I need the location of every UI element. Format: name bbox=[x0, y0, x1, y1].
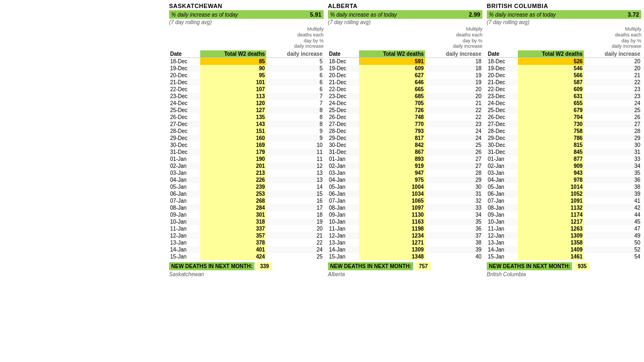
cell-multiply: 25 bbox=[266, 253, 324, 260]
cell-date: 28-Dec bbox=[169, 128, 200, 135]
cell-multiply: 54 bbox=[584, 253, 641, 260]
cell-multiply: 27 bbox=[425, 162, 482, 169]
table-row: 25-Dec67925 bbox=[487, 107, 641, 114]
table-row: 02-Jan91927 bbox=[328, 162, 482, 169]
table-row: 09-Jan113034 bbox=[328, 211, 482, 218]
table-row: 28-Dec79324 bbox=[328, 128, 482, 135]
table-row: 27-Dec73027 bbox=[487, 121, 641, 128]
cell-multiply: 40 bbox=[425, 253, 482, 260]
table-row: 15-Jan42425 bbox=[169, 253, 324, 260]
table-row: 14-Jan140952 bbox=[487, 246, 641, 253]
table-row: 14-Jan130939 bbox=[328, 246, 482, 253]
table-row: 06-Jan25315 bbox=[169, 190, 324, 197]
table-row: 15-Jan134840 bbox=[328, 253, 482, 260]
cell-multiply: 34 bbox=[425, 211, 482, 218]
cell-deaths: 705 bbox=[359, 100, 425, 107]
col-deaths-header-2: Total W2 deaths bbox=[518, 50, 583, 58]
cell-date: 03-Jan bbox=[487, 169, 518, 176]
cell-deaths: 845 bbox=[518, 149, 583, 156]
cell-deaths: 90 bbox=[200, 65, 266, 72]
cell-deaths: 1271 bbox=[359, 239, 425, 246]
cell-deaths: 685 bbox=[359, 93, 425, 100]
cell-deaths: 239 bbox=[200, 183, 266, 190]
cell-date: 30-Dec bbox=[487, 142, 518, 149]
cell-deaths: 1034 bbox=[359, 190, 425, 197]
cell-multiply: 7 bbox=[266, 93, 324, 100]
province-block-2: BRITISH COLUMBIA% daily increase as of t… bbox=[487, 3, 641, 359]
cell-date: 28-Dec bbox=[487, 128, 518, 135]
cell-deaths: 947 bbox=[359, 169, 425, 176]
cell-deaths: 919 bbox=[359, 162, 425, 169]
cell-date: 10-Jan bbox=[169, 218, 200, 225]
cell-deaths: 1348 bbox=[359, 253, 425, 260]
cell-deaths: 546 bbox=[518, 65, 583, 72]
table-row: 09-Jan117444 bbox=[487, 211, 641, 218]
table-row: 29-Dec1609 bbox=[169, 135, 324, 142]
cell-multiply: 9 bbox=[266, 135, 324, 142]
cell-deaths: 893 bbox=[359, 156, 425, 162]
cell-date: 14-Jan bbox=[169, 246, 200, 253]
cell-multiply: 20 bbox=[425, 93, 482, 100]
rolling-avg-2: (7 day rolling avg) bbox=[487, 19, 641, 25]
cell-deaths: 120 bbox=[200, 100, 266, 107]
cell-multiply: 21 bbox=[425, 100, 482, 107]
table-row: 22-Dec66520 bbox=[328, 86, 482, 93]
cell-deaths: 730 bbox=[518, 121, 583, 128]
cell-deaths: 318 bbox=[200, 218, 266, 225]
cell-deaths: 1217 bbox=[518, 218, 583, 225]
cell-deaths: 1091 bbox=[518, 197, 583, 204]
cell-multiply: 25 bbox=[584, 107, 641, 114]
cell-date: 04-Jan bbox=[328, 176, 359, 183]
cell-date: 24-Dec bbox=[328, 100, 359, 107]
cell-date: 04-Jan bbox=[487, 176, 518, 183]
cell-multiply: 18 bbox=[425, 65, 482, 72]
cell-multiply: 6 bbox=[266, 79, 324, 86]
cell-date: 15-Jan bbox=[487, 253, 518, 260]
cell-date: 07-Jan bbox=[487, 197, 518, 204]
cell-date: 20-Dec bbox=[487, 72, 518, 79]
cell-date: 03-Jan bbox=[328, 169, 359, 176]
table-row: 13-Jan37822 bbox=[169, 239, 324, 246]
cell-multiply: 20 bbox=[584, 58, 641, 65]
cell-multiply: 24 bbox=[425, 128, 482, 135]
table-row: 04-Jan97836 bbox=[487, 176, 641, 183]
cell-multiply: 27 bbox=[425, 156, 482, 162]
cell-deaths: 566 bbox=[518, 72, 583, 79]
cell-multiply: 7 bbox=[266, 100, 324, 107]
cell-multiply: 23 bbox=[425, 121, 482, 128]
cell-multiply: 35 bbox=[425, 218, 482, 225]
table-row: 21-Dec1016 bbox=[169, 79, 324, 86]
cell-multiply: 6 bbox=[266, 86, 324, 93]
table-row: 21-Dec64619 bbox=[328, 79, 482, 86]
cell-deaths: 1097 bbox=[359, 204, 425, 211]
cell-date: 06-Jan bbox=[169, 190, 200, 197]
cell-deaths: 877 bbox=[518, 156, 583, 162]
table-row: 13-Jan127138 bbox=[328, 239, 482, 246]
table-row: 15-Jan146154 bbox=[487, 253, 641, 260]
cell-date: 08-Jan bbox=[487, 204, 518, 211]
table-row: 20-Dec956 bbox=[169, 72, 324, 79]
table-row: 25-Dec72622 bbox=[328, 107, 482, 114]
table-row: 02-Jan20112 bbox=[169, 162, 324, 169]
cell-deaths: 1309 bbox=[518, 232, 583, 239]
cell-multiply: 50 bbox=[584, 239, 641, 246]
cell-date: 27-Dec bbox=[328, 121, 359, 128]
cell-date: 24-Dec bbox=[487, 100, 518, 107]
cell-multiply: 11 bbox=[266, 156, 324, 162]
cell-multiply: 52 bbox=[584, 246, 641, 253]
cell-date: 15-Jan bbox=[328, 253, 359, 260]
cell-deaths: 85 bbox=[200, 58, 266, 65]
table-row: 11-Jan119836 bbox=[328, 225, 482, 232]
cell-multiply: 5 bbox=[266, 65, 324, 72]
cell-deaths: 978 bbox=[518, 176, 583, 183]
cell-deaths: 786 bbox=[518, 135, 583, 142]
cell-multiply: 23 bbox=[584, 86, 641, 93]
cell-multiply: 22 bbox=[266, 239, 324, 246]
cell-multiply: 24 bbox=[266, 246, 324, 253]
cell-date: 14-Jan bbox=[487, 246, 518, 253]
cell-deaths: 1174 bbox=[518, 211, 583, 218]
cell-deaths: 646 bbox=[359, 79, 425, 86]
cell-multiply: 34 bbox=[584, 162, 641, 169]
cell-date: 30-Dec bbox=[169, 142, 200, 149]
cell-multiply: 41 bbox=[584, 197, 641, 204]
